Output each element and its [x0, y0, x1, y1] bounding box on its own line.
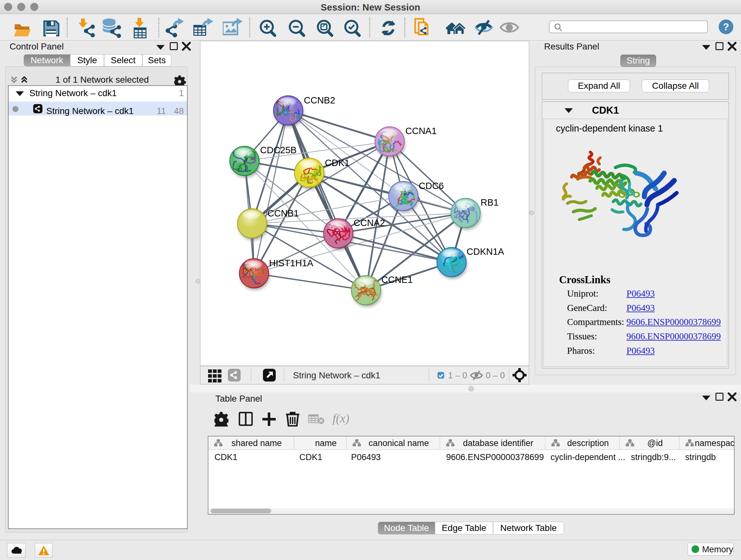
svg-text:CDC25B: CDC25B: [260, 145, 296, 155]
svg-text:CDC6: CDC6: [419, 181, 444, 191]
svg-text:CCNB2: CCNB2: [304, 95, 335, 105]
svg-text:CCNE1: CCNE1: [381, 274, 413, 285]
svg-text:RB1: RB1: [481, 197, 498, 207]
svg-text:CCNA2: CCNA2: [354, 218, 385, 228]
svg-text:CCNB1: CCNB1: [267, 208, 299, 219]
svg-text:CDK1: CDK1: [325, 158, 349, 168]
svg-text:HIST1H1A: HIST1H1A: [269, 258, 313, 268]
svg-text:CDKN1A: CDKN1A: [467, 246, 504, 257]
svg-text:CCNA1: CCNA1: [405, 126, 436, 136]
